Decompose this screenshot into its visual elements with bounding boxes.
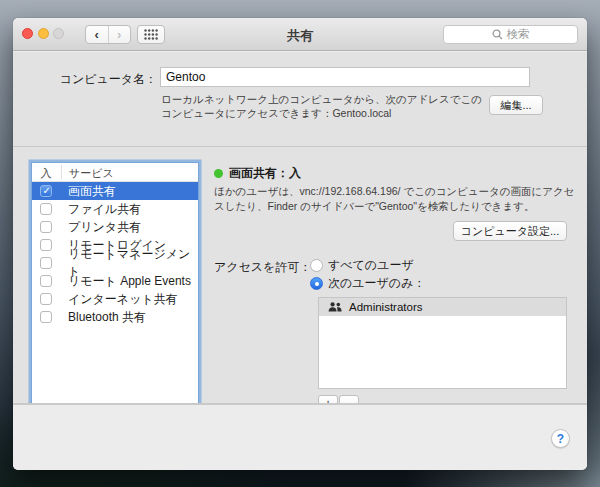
- radio-button[interactable]: [310, 277, 323, 290]
- column-header-on: 入: [32, 166, 60, 181]
- bottom-bar: ?: [13, 404, 587, 470]
- search-placeholder: 検索: [507, 27, 530, 42]
- computer-name-label: コンピュータ名：: [33, 71, 157, 88]
- checkbox-icon[interactable]: [40, 311, 52, 323]
- radio-button[interactable]: [310, 259, 323, 272]
- services-rows: 画面共有ファイル共有プリンタ共有リモートログインリモートマネージメントリモート …: [32, 182, 198, 326]
- service-label: Bluetooth 共有: [68, 309, 146, 326]
- checkbox-icon[interactable]: [40, 203, 52, 215]
- services-list: 入 サービス 画面共有ファイル共有プリンタ共有リモートログインリモートマネージメ…: [31, 162, 199, 409]
- service-row[interactable]: プリンタ共有: [32, 218, 198, 236]
- computer-settings-button[interactable]: コンピュータ設定...: [453, 221, 567, 241]
- screen-sharing-status: 画面共有：入: [229, 165, 301, 182]
- allowed-users-list: Administrators: [318, 297, 567, 389]
- screen-sharing-description: ほかのユーザは、vnc://192.168.64.196/ でこのコンピュータの…: [214, 184, 580, 213]
- service-label: リモート Apple Events: [68, 273, 191, 290]
- allow-access-label: アクセスを許可：: [214, 259, 311, 276]
- service-label: インターネット共有: [68, 291, 178, 308]
- main-content: コンピュータ名： ローカルネットワーク上のコンピュータから、次のアドレスでこのコ…: [13, 52, 587, 404]
- section-divider: [13, 146, 587, 147]
- user-row[interactable]: Administrators: [319, 298, 566, 316]
- radio-only-these-users-label: 次のユーザのみ：: [328, 275, 425, 292]
- service-label: 画面共有: [68, 183, 116, 200]
- checkbox-icon[interactable]: [40, 221, 52, 233]
- column-header-service: サービス: [69, 166, 114, 181]
- checkbox-icon[interactable]: [40, 275, 52, 287]
- checkbox-icon[interactable]: [40, 257, 52, 269]
- radio-all-users[interactable]: すべてのユーザ: [310, 257, 414, 274]
- checkbox-checked-icon[interactable]: [40, 185, 52, 197]
- user-rows: Administrators: [319, 298, 566, 316]
- services-list-header: 入 サービス: [32, 163, 198, 182]
- edit-button[interactable]: 編集...: [489, 95, 543, 115]
- help-button[interactable]: ?: [551, 429, 570, 448]
- search-icon: [492, 29, 503, 40]
- service-label: プリンタ共有: [68, 219, 141, 236]
- radio-only-these-users[interactable]: 次のユーザのみ：: [310, 275, 425, 292]
- service-row[interactable]: インターネット共有: [32, 290, 198, 308]
- computer-name-field[interactable]: [160, 67, 530, 87]
- service-row[interactable]: Bluetooth 共有: [32, 308, 198, 326]
- group-icon: [328, 302, 342, 312]
- radio-all-users-label: すべてのユーザ: [328, 257, 414, 274]
- title-bar: ‹ › 共有 検索: [13, 18, 587, 51]
- sharing-preferences-window: ‹ › 共有 検索 コンピュータ名：: [13, 18, 587, 470]
- computer-name-description: ローカルネットワーク上のコンピュータから、次のアドレスでこのコンピュータにアクセ…: [161, 92, 483, 120]
- service-row[interactable]: ファイル共有: [32, 200, 198, 218]
- service-row[interactable]: リモート Apple Events: [32, 272, 198, 290]
- status-green-dot: [214, 169, 223, 178]
- service-label: ファイル共有: [68, 201, 141, 218]
- column-separator: [61, 165, 62, 179]
- search-input[interactable]: 検索: [443, 25, 578, 44]
- checkbox-icon[interactable]: [40, 239, 52, 251]
- checkbox-icon[interactable]: [40, 293, 52, 305]
- user-name: Administrators: [349, 301, 423, 313]
- service-row[interactable]: 画面共有: [32, 182, 198, 200]
- service-row[interactable]: リモートマネージメント: [32, 254, 198, 272]
